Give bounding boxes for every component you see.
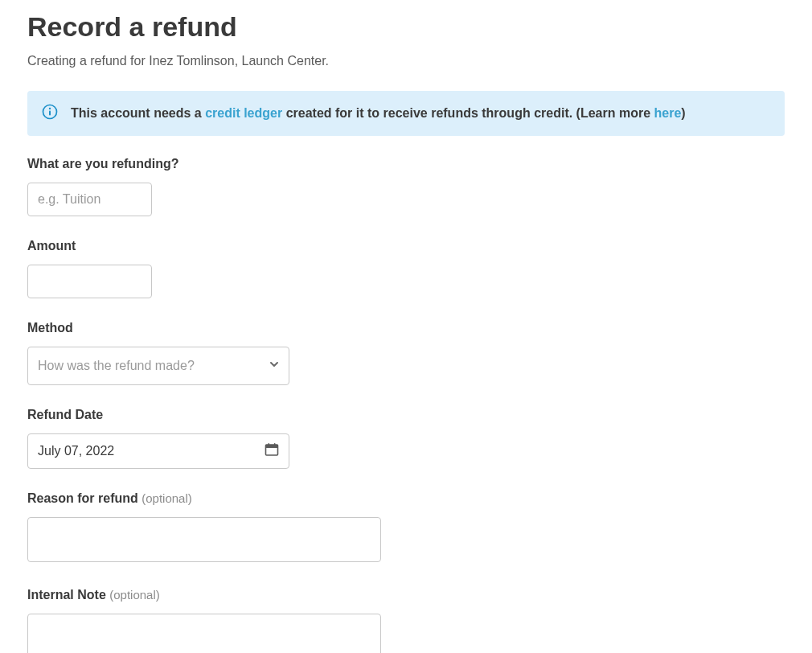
info-icon xyxy=(42,104,71,123)
amount-input[interactable] xyxy=(27,265,152,298)
optional-text: (optional) xyxy=(141,491,192,505)
refund-date-label: Refund Date xyxy=(27,408,785,422)
optional-text: (optional) xyxy=(109,588,160,602)
page-subtitle: Creating a refund for Inez Tomlinson, La… xyxy=(27,54,785,68)
amount-label: Amount xyxy=(27,239,785,253)
credit-ledger-link[interactable]: credit ledger xyxy=(205,106,282,120)
what-refunding-input[interactable] xyxy=(27,183,152,216)
reason-textarea[interactable] xyxy=(27,517,381,562)
internal-note-label: Internal Note (optional) xyxy=(27,588,785,602)
info-banner: This account needs a credit ledger creat… xyxy=(27,91,785,136)
reason-label: Reason for refund (optional) xyxy=(27,491,785,506)
refund-date-input[interactable] xyxy=(27,433,289,469)
method-label: Method xyxy=(27,321,785,335)
learn-more-link[interactable]: here xyxy=(654,106,682,120)
svg-rect-2 xyxy=(49,111,51,116)
svg-point-1 xyxy=(49,108,51,109)
info-banner-text: This account needs a credit ledger creat… xyxy=(71,106,686,121)
what-refunding-label: What are you refunding? xyxy=(27,157,785,171)
method-select[interactable]: How was the refund made? xyxy=(27,347,289,385)
internal-note-textarea[interactable] xyxy=(27,614,381,653)
page-title: Record a refund xyxy=(27,11,785,43)
